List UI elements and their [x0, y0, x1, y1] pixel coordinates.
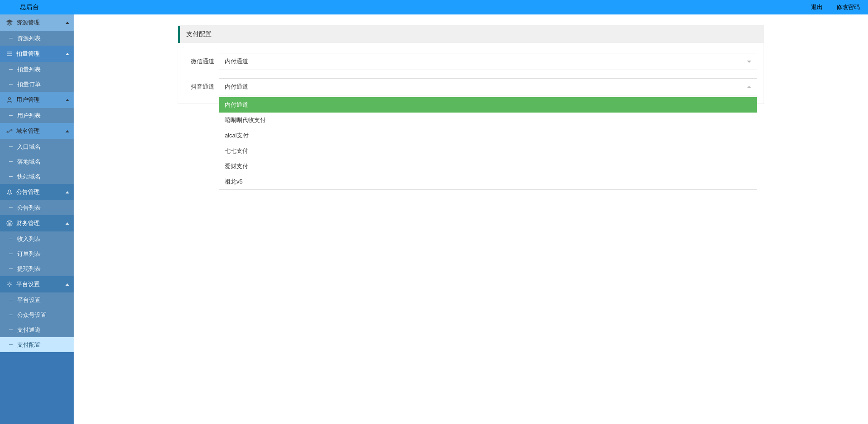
menu-item-6-2[interactable]: 支付通道 — [0, 322, 74, 337]
dash-icon — [9, 115, 13, 116]
dropdown-option-5[interactable]: 祖龙v5 — [219, 174, 757, 189]
layers-icon — [6, 19, 13, 26]
menu-item-6-0[interactable]: 平台设置 — [0, 292, 74, 307]
menu-item-5-0[interactable]: 收入列表 — [0, 231, 74, 246]
header: 总后台 退出 修改密码 — [0, 0, 868, 14]
menu-item-label: 入口域名 — [17, 143, 41, 151]
menu-item-6-1[interactable]: 公众号设置 — [0, 307, 74, 322]
chevron-up-icon — [66, 130, 69, 132]
wechat-channel-value: 内付通道 — [225, 57, 248, 66]
menu-header-5[interactable]: 财务管理 — [0, 215, 74, 231]
dropdown-option-1[interactable]: 嘻唰唰代收支付 — [219, 113, 757, 128]
chevron-up-icon — [66, 99, 69, 101]
dash-icon — [9, 330, 13, 330]
panel: 支付配置 微信通道 内付通道 抖音通道 内付通道 — [178, 25, 764, 104]
gear-icon — [6, 281, 13, 287]
menu-item-label: 落地域名 — [17, 158, 41, 166]
menu-item-label: 收入列表 — [17, 235, 41, 243]
wechat-channel-select[interactable]: 内付通道 — [219, 53, 757, 70]
dash-icon — [9, 207, 13, 208]
dash-icon — [9, 300, 13, 300]
menu-header-1[interactable]: 扣量管理 — [0, 46, 74, 62]
form-row-douyin: 抖音通道 内付通道 — [184, 78, 757, 95]
header-actions: 退出 修改密码 — [811, 3, 860, 11]
menu-item-5-1[interactable]: 订单列表 — [0, 246, 74, 261]
douyin-channel-value: 内付通道 — [225, 83, 248, 91]
menu-item-label: 快站域名 — [17, 173, 41, 181]
menu-item-1-0[interactable]: 扣量列表 — [0, 62, 74, 77]
menu-header-0[interactable]: 资源管理 — [0, 14, 74, 31]
menu-item-label: 平台设置 — [17, 296, 41, 304]
dropdown-option-3[interactable]: 七七支付 — [219, 143, 757, 159]
menu-item-1-1[interactable]: 扣量订单 — [0, 77, 74, 92]
menu-header-label: 用户管理 — [16, 96, 40, 104]
svg-marker-0 — [7, 20, 12, 23]
app-title: 总后台 — [20, 3, 39, 11]
menu-item-label: 支付配置 — [17, 341, 41, 349]
dash-icon — [9, 84, 13, 85]
panel-title: 支付配置 — [178, 26, 764, 43]
menu-item-3-0[interactable]: 入口域名 — [0, 139, 74, 154]
sidebar: 资源管理资源列表扣量管理扣量列表扣量订单用户管理用户列表域名管理入口域名落地域名… — [0, 14, 74, 424]
svg-point-8 — [9, 283, 10, 285]
logout-link[interactable]: 退出 — [811, 3, 823, 11]
menu-header-label: 资源管理 — [16, 19, 40, 27]
menu-header-6[interactable]: 平台设置 — [0, 276, 74, 292]
menu-item-3-2[interactable]: 快站域名 — [0, 169, 74, 184]
dropdown-option-0[interactable]: 内付通道 — [219, 97, 757, 113]
dropdown-option-2[interactable]: aicai支付 — [219, 128, 757, 143]
menu-item-label: 公众号设置 — [17, 311, 47, 319]
menu-item-label: 支付通道 — [17, 326, 41, 334]
douyin-channel-label: 抖音通道 — [184, 83, 219, 91]
menu-header-4[interactable]: 公告管理 — [0, 184, 74, 200]
menu-header-3[interactable]: 域名管理 — [0, 123, 74, 139]
menu-item-label: 提现列表 — [17, 265, 41, 273]
dash-icon — [9, 69, 13, 70]
douyin-dropdown: 内付通道嘻唰唰代收支付aicai支付七七支付爱财支付祖龙v5 — [219, 97, 757, 190]
chevron-up-icon — [747, 86, 751, 88]
menu-item-label: 公告列表 — [17, 204, 41, 212]
menu-item-0-0[interactable]: 资源列表 — [0, 31, 74, 46]
menu-item-label: 用户列表 — [17, 112, 41, 120]
menu-item-label: 资源列表 — [17, 34, 41, 42]
menu-item-3-1[interactable]: 落地域名 — [0, 154, 74, 169]
dash-icon — [9, 176, 13, 177]
chevron-up-icon — [66, 53, 69, 55]
chevron-up-icon — [66, 191, 69, 193]
menu-header-label: 平台设置 — [16, 280, 40, 288]
menu-header-label: 财务管理 — [16, 219, 40, 227]
dash-icon — [9, 254, 13, 254]
bell-icon — [6, 189, 13, 195]
douyin-channel-select[interactable]: 内付通道 — [219, 78, 757, 95]
form-row-wechat: 微信通道 内付通道 — [184, 53, 757, 70]
menu-item-5-2[interactable]: 提现列表 — [0, 261, 74, 276]
layout: 资源管理资源列表扣量管理扣量列表扣量订单用户管理用户列表域名管理入口域名落地域名… — [0, 14, 868, 424]
svg-line-5 — [9, 130, 10, 132]
chevron-up-icon — [66, 283, 69, 286]
dash-icon — [9, 38, 13, 38]
dash-icon — [9, 344, 13, 345]
menu-item-4-0[interactable]: 公告列表 — [0, 200, 74, 215]
dash-icon — [9, 239, 13, 239]
menu-header-label: 域名管理 — [16, 127, 40, 135]
wechat-channel-label: 微信通道 — [184, 57, 219, 66]
chevron-up-icon — [66, 22, 69, 24]
menu-header-label: 扣量管理 — [16, 50, 40, 58]
menu-item-2-0[interactable]: 用户列表 — [0, 108, 74, 123]
change-password-link[interactable]: 修改密码 — [836, 3, 860, 11]
yen-icon — [6, 220, 13, 226]
dash-icon — [9, 161, 13, 162]
user-icon — [6, 97, 13, 103]
menu-item-6-3[interactable]: 支付配置 — [0, 337, 74, 352]
menu-header-2[interactable]: 用户管理 — [0, 92, 74, 108]
chevron-down-icon — [747, 61, 751, 63]
dash-icon — [9, 269, 13, 269]
menu-header-label: 公告管理 — [16, 188, 40, 196]
dropdown-option-4[interactable]: 爱财支付 — [219, 159, 757, 174]
link-icon — [6, 128, 13, 134]
chevron-up-icon — [66, 222, 69, 225]
dash-icon — [9, 146, 13, 147]
menu-item-label: 订单列表 — [17, 250, 41, 258]
content: 支付配置 微信通道 内付通道 抖音通道 内付通道 — [74, 14, 868, 424]
dash-icon — [9, 315, 13, 315]
